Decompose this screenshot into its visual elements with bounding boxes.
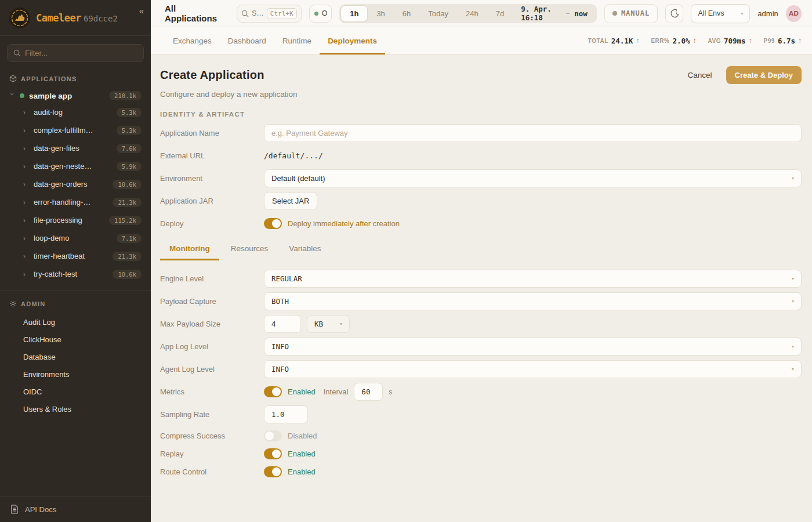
tree-item-route[interactable]: › audit-log 5.3k: [6, 103, 145, 121]
page-subtitle: Configure and deploy a new application: [160, 90, 802, 99]
online-status-dot: [314, 12, 318, 16]
topbar: All Applications S… Ctrl+K O 1h 3h 6h To…: [151, 0, 812, 27]
app-log-level-select[interactable]: INFO ▾: [264, 338, 802, 356]
tree-item-sample-app[interactable]: › sample app 210.1k: [6, 88, 145, 103]
admin-section-label: ADMIN: [21, 300, 46, 307]
online-status-pill[interactable]: O: [309, 5, 332, 23]
form-row-sampling-rate: Sampling Rate: [160, 405, 802, 423]
form-row-application-name: Application Name: [160, 124, 802, 142]
deploy-label: Deploy: [160, 219, 264, 228]
chevron-down-icon[interactable]: ›: [9, 93, 16, 99]
page-context-title: All Applications: [165, 3, 226, 23]
time-range-24h[interactable]: 24h: [457, 5, 487, 22]
tab-exchanges[interactable]: Exchanges: [165, 27, 220, 55]
route-name: file-processing: [34, 216, 82, 224]
logo-title: Cameleer: [36, 12, 81, 24]
tree-item-route[interactable]: › data-gen-files 7.6k: [6, 139, 145, 157]
count-badge: 10.6k: [113, 180, 142, 189]
time-range-display[interactable]: 9. Apr. 16:18 – now: [513, 5, 596, 22]
chevron-right-icon[interactable]: ›: [23, 127, 29, 134]
agent-log-level-select[interactable]: INFO ▾: [264, 360, 802, 378]
chevron-right-icon[interactable]: ›: [23, 217, 29, 224]
form-row-engine-level: Engine Level REGULAR ▾: [160, 270, 802, 288]
app-name: sample app: [29, 92, 72, 100]
metrics-interval-unit: s: [389, 388, 392, 396]
form-row-payload-capture: Payload Capture BOTH ▾: [160, 292, 802, 310]
count-badge: 7.6k: [117, 144, 142, 153]
time-range-3h[interactable]: 3h: [368, 5, 393, 22]
payload-capture-select[interactable]: BOTH ▾: [264, 292, 802, 310]
tree-item-route[interactable]: › data-gen-orders 10.6k: [6, 175, 145, 193]
replay-toggle[interactable]: [264, 448, 282, 459]
time-range-1h[interactable]: 1h: [340, 5, 368, 22]
create-deploy-button[interactable]: Create & Deploy: [726, 66, 802, 84]
tree-item-route[interactable]: › data-gen-neste… 5.9k: [6, 157, 145, 175]
global-search-input[interactable]: S… Ctrl+K: [237, 5, 302, 23]
api-docs-link[interactable]: API Docs: [0, 496, 151, 522]
route-control-toggle[interactable]: [264, 466, 282, 477]
tab-dashboard[interactable]: Dashboard: [220, 27, 274, 55]
stat-total: TOTAL 24.1K ↑: [588, 37, 640, 45]
cancel-button[interactable]: Cancel: [683, 67, 717, 83]
chevron-right-icon[interactable]: ›: [23, 145, 29, 152]
chevron-right-icon[interactable]: ›: [23, 271, 29, 278]
tree-item-route[interactable]: › timer-heartbeat 21.3k: [6, 247, 145, 265]
chevron-right-icon[interactable]: ›: [23, 253, 29, 260]
stat-label: P99: [764, 38, 775, 44]
admin-item-oidc[interactable]: OIDC: [0, 383, 151, 400]
refresh-mode-button[interactable]: MANUAL: [604, 4, 658, 23]
form-row-app-log-level: App Log Level INFO ▾: [160, 338, 802, 356]
admin-item-audit-log[interactable]: Audit Log: [0, 313, 151, 331]
admin-item-users-roles[interactable]: Users & Roles: [0, 400, 151, 418]
collapse-sidebar-icon[interactable]: «: [139, 6, 144, 16]
subtab-monitoring[interactable]: Monitoring: [160, 244, 219, 260]
time-range-6h[interactable]: 6h: [394, 5, 419, 22]
metrics-toggle[interactable]: [264, 386, 282, 397]
select-jar-button[interactable]: Select JAR: [264, 192, 317, 210]
max-payload-size-input[interactable]: [271, 320, 293, 328]
sidebar-divider: [0, 290, 151, 291]
tab-deployments[interactable]: Deployments: [320, 27, 385, 55]
agent-log-level-label: Agent Log Level: [160, 365, 264, 374]
page-header: Create Application Cancel Create & Deplo…: [160, 66, 802, 84]
user-avatar[interactable]: AD: [786, 5, 802, 22]
tree-item-route[interactable]: › file-processing 115.2k: [6, 211, 145, 229]
time-range-today[interactable]: Today: [419, 5, 457, 22]
application-name-input[interactable]: [271, 129, 794, 137]
admin-item-database[interactable]: Database: [0, 348, 151, 365]
deploy-toggle[interactable]: [264, 218, 282, 229]
compress-success-toggle[interactable]: [264, 430, 282, 441]
environment-select[interactable]: Default (default) ▾: [264, 169, 802, 187]
tab-runtime[interactable]: Runtime: [274, 27, 320, 55]
tree-item-route[interactable]: › complex-fulfillm… 5.3k: [6, 121, 145, 139]
trend-up-icon: ↑: [693, 37, 697, 45]
route-name: data-gen-files: [34, 144, 79, 153]
stat-err: ERR% 2.0% ↑: [651, 37, 696, 45]
tree-item-route[interactable]: › error-handling-… 21.3k: [6, 193, 145, 211]
chevron-right-icon[interactable]: ›: [23, 181, 29, 188]
chevron-right-icon[interactable]: ›: [23, 163, 29, 170]
tree-item-route[interactable]: › try-catch-test 10.6k: [6, 265, 145, 283]
sampling-rate-input[interactable]: [271, 410, 300, 419]
engine-level-select[interactable]: REGULAR ▾: [264, 270, 802, 288]
filter-input[interactable]: Filter...: [7, 44, 144, 62]
chevron-right-icon[interactable]: ›: [23, 199, 29, 206]
time-range-7d[interactable]: 7d: [487, 5, 513, 22]
theme-toggle-button[interactable]: [665, 4, 683, 23]
chevron-right-icon[interactable]: ›: [23, 235, 29, 242]
subtab-resources[interactable]: Resources: [222, 244, 278, 260]
environment-filter-select[interactable]: All Envs ▾: [691, 4, 750, 23]
count-badge: 21.3k: [113, 198, 142, 207]
admin-item-environments[interactable]: Environments: [0, 365, 151, 383]
metrics-interval-input[interactable]: [361, 387, 375, 396]
chevron-right-icon[interactable]: ›: [23, 109, 29, 116]
tree-item-route[interactable]: › loop-demo 7.1k: [6, 229, 145, 247]
stat-label: ERR%: [651, 38, 669, 44]
stat-p99: P99 6.7s ↑: [764, 37, 802, 45]
engine-level-label: Engine Level: [160, 274, 264, 283]
app-log-level-value: INFO: [271, 342, 289, 351]
admin-item-clickhouse[interactable]: ClickHouse: [0, 331, 151, 348]
subtab-variables[interactable]: Variables: [280, 244, 330, 260]
route-name: complex-fulfillm…: [34, 126, 93, 135]
payload-unit-select[interactable]: KB ▾: [307, 315, 350, 333]
